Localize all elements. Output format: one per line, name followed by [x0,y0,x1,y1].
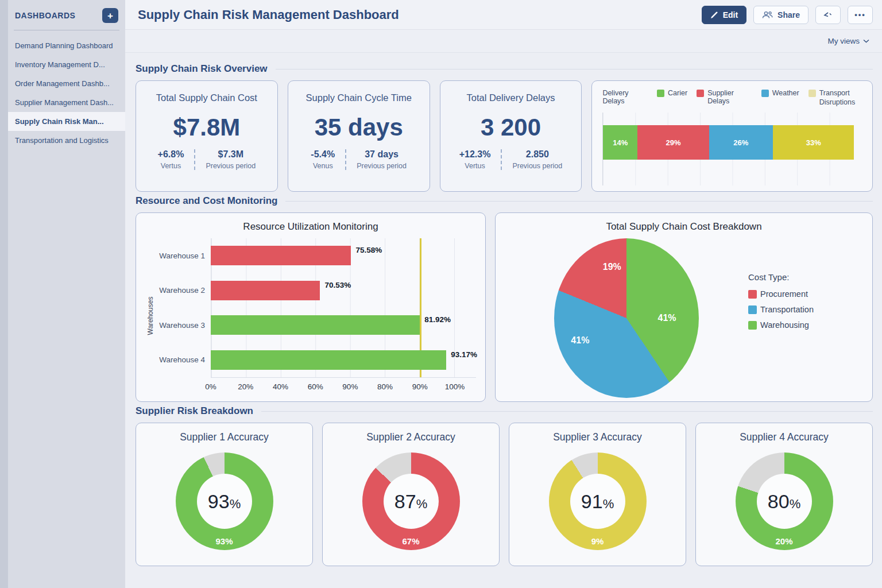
toolbar: Edit Share ••• [702,6,873,24]
supplier-card-title: Supplier 1 Accuracy [180,431,269,443]
kpi-prev-label: Previous period [206,162,256,170]
x-axis: 0% 20% 40% 60% 90% 80% 90% 100% [211,377,476,393]
legend-item-procurement: Procurement [748,289,863,299]
sidebar-item-supply-chain-risk[interactable]: Supply Chain Risk Man... [8,112,125,131]
kpi-change-col: +6.8% Vertus [148,149,195,170]
bar-warehouse-2[interactable]: 70.53% [211,281,320,300]
edit-button-label: Edit [723,10,738,20]
bar-warehouse-1[interactable]: 75.58% [211,246,351,265]
bar-value-label: 75.58% [355,246,382,254]
segment-label: 14% [613,138,628,147]
carier-swatch [657,90,664,97]
sidebar-divider [14,30,119,30]
sidebar-item-supplier-management[interactable]: Supplier Management Dash... [8,93,125,112]
stacked-bar-plot: 14% 29% 26% 33% [602,113,862,185]
stacked-bar: 14% 29% 26% 33% [603,125,854,160]
bar-segment-weather[interactable]: 26% [709,125,773,160]
pie-zone: 19% 41% 41% [505,238,748,398]
kpi-card-delivery-delays[interactable]: Total Delivery Delays 3 200 +12.3% Vertu… [440,80,582,192]
cost-breakdown-panel[interactable]: Total Supply Chain Cost Breakdown 19% 41… [495,212,873,402]
kpi-prev-value: $7.3M [206,149,256,160]
sidebar-item-transportation-logistics[interactable]: Transportation and Logistics [8,131,125,150]
delivery-delays-legend: Delivery Delays Carier Supplier Delays W… [602,89,862,107]
kpi-stats: +6.8% Vertus $7.3M Previous period [148,149,266,170]
supplier-card-title: Supplier 4 Accuracy [740,431,829,443]
category-label: Warehouse 1 [156,252,211,260]
x-tick: 90% [342,382,358,391]
supplier-2-donut: 67% 87% [362,452,460,550]
segment-label: 26% [733,138,748,147]
views-bar: My views [125,30,882,53]
bar-warehouse-3[interactable]: 81.92% [211,315,420,335]
sidebar-item-inventory-management[interactable]: Inventory Management D... [8,55,125,74]
legend-item-warehousing: Warehousing [748,320,863,330]
section-supplier-header: Supplier Risk Breakdown [136,405,873,417]
bar-track: 70.53% [211,273,476,308]
sidebar-item-order-management[interactable]: Order Management Dashb... [8,74,125,93]
bar-track: 93.17% [211,343,476,378]
bar-segment-carier[interactable]: 14% [603,125,637,160]
bar-warehouse-4[interactable]: 93.17% [211,350,446,370]
supplier-1-card[interactable]: Supplier 1 Accuracy 93% 93% [136,423,313,566]
kpi-card-total-cost[interactable]: Total Supply Chain Cost $7.8M +6.8% Vert… [136,80,278,192]
kpi-prev-col: 2.850 Previous period [501,149,572,170]
x-tick: 40% [273,382,288,391]
supplier-card-title: Supplier 2 Accuracy [366,431,455,443]
legend-label: Transportation [760,305,814,314]
x-tick: 20% [238,382,253,391]
legend-label: Carier [668,89,687,97]
share-button[interactable]: Share [753,6,808,24]
bar-row-warehouse-1: Warehouse 1 75.58% [156,238,476,273]
kpi-card-cycle-time[interactable]: Supply Chain Cycle Time 35 days -5.4% Ve… [288,80,430,192]
code-button[interactable] [815,6,841,24]
edit-button[interactable]: Edit [702,6,746,24]
category-label: Warehouse 3 [156,321,211,330]
code-icon [823,11,833,19]
sidebar: DASHBOARDS + Demand Planning Dashboard I… [8,0,125,588]
pencil-icon [710,11,718,19]
supplier-2-card[interactable]: Supplier 2 Accuracy 67% 87% [322,423,500,566]
donut-center-value: 91% [581,490,614,513]
kpi-prev-value: 37 days [357,149,407,160]
delivery-delays-chart-panel[interactable]: Delivery Delays Carier Supplier Delays W… [591,80,873,192]
bar-value-label: 93.17% [451,350,477,359]
kpi-change-label: Vertus [459,162,491,170]
ring-label: 20% [775,536,792,546]
category-label: Warehouse 2 [156,286,211,295]
ellipsis-icon: ••• [854,10,866,19]
cost-breakdown-chart: 19% 41% 41% Cost Type: Procurement Trans… [505,238,863,398]
legend-item-weather: Weather [761,89,799,97]
add-dashboard-button[interactable]: + [102,8,118,23]
supplier-card-title: Supplier 3 Accuracy [553,431,642,443]
x-tick: 60% [308,382,323,391]
my-views-dropdown[interactable]: My views [827,37,869,45]
supplier-4-card[interactable]: Supplier 4 Accuracy 20% 80% [695,423,873,566]
kpi-prev-col: $7.3M Previous period [194,149,266,170]
section-rule [261,411,873,412]
resource-utilization-title: Resource Utilization Monitoring [145,221,476,233]
kpi-change-label: Venus [311,162,335,170]
pie[interactable]: 19% 41% 41% [554,238,699,398]
kpi-title: Total Delivery Delays [466,92,555,103]
bar-segment-supplier-delays[interactable]: 29% [637,125,709,160]
sidebar-item-demand-planning[interactable]: Demand Planning Dashboard [8,36,125,55]
segment-label: 33% [806,138,821,147]
legend-label: Supplier Delays [707,89,752,105]
resource-utilization-panel[interactable]: Resource Utilization Monitoring Warehous… [136,212,486,402]
y-axis-label-wrap: Warehouses [145,238,156,393]
kpi-change-col: +12.3% Vertus [449,149,501,170]
legend-label: Procurement [760,289,808,299]
kpi-stats: +12.3% Vertus 2.850 Previous period [449,149,573,170]
donut-hole: 80% [757,474,812,529]
sidebar-title: DASHBOARDS [15,11,75,20]
sidebar-header: DASHBOARDS + [8,0,125,29]
supplier-3-card[interactable]: Supplier 3 Accuracy 9% 91% [509,423,686,566]
more-button[interactable]: ••• [848,6,873,24]
legend-item-transportation: Transportation [748,305,863,314]
bar-segment-transport-disruptions[interactable]: 33% [773,125,854,160]
page-title: Supply Chain Risk Management Dashboard [138,7,702,22]
kpi-prev-label: Previous period [357,162,407,170]
donut-hole: 93% [197,474,252,529]
my-views-label: My views [827,37,860,45]
kpi-title: Total Supply Chain Cost [156,92,257,103]
